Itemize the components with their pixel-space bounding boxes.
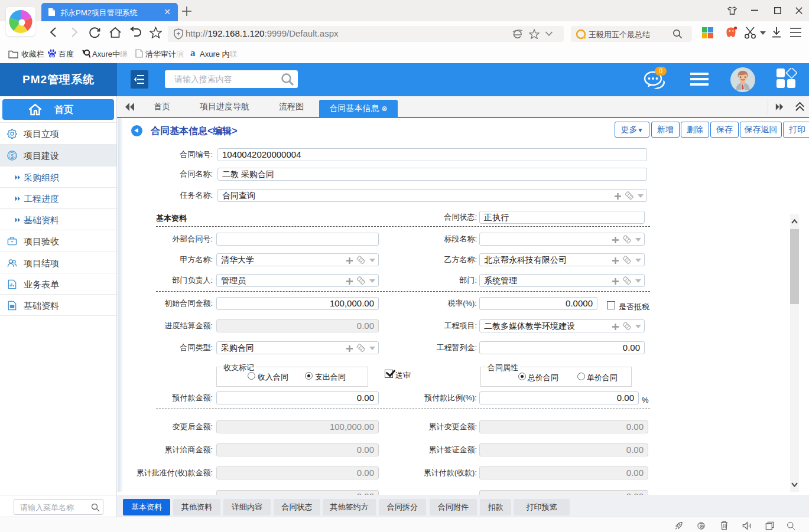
svg-text:du: du bbox=[50, 54, 54, 57]
svg-text:$: $ bbox=[11, 153, 14, 159]
